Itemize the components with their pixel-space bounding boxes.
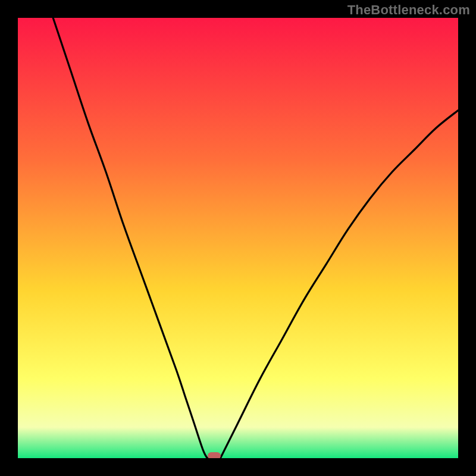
heat-gradient-bg [18,18,458,458]
outer-frame: TheBottleneck.com [0,0,476,476]
bottleneck-marker [208,452,221,458]
chart-svg [18,18,458,458]
plot-area [18,18,458,458]
watermark-text: TheBottleneck.com [347,2,470,18]
